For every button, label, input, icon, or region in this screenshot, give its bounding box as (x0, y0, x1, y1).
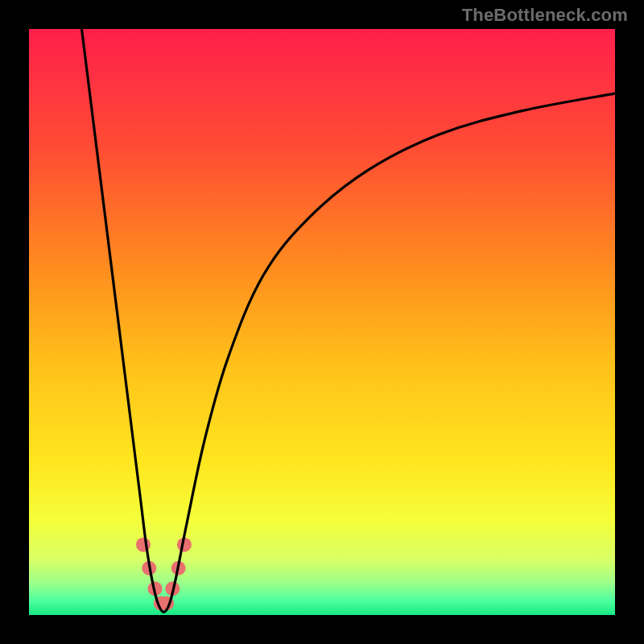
chart-frame: TheBottleneck.com (0, 0, 644, 644)
marker-group (136, 538, 192, 611)
plot-area (29, 29, 615, 615)
chart-svg (29, 29, 615, 615)
bottleneck-curve (82, 29, 615, 612)
marker-region (136, 538, 151, 552)
watermark-text: TheBottleneck.com (462, 5, 628, 26)
